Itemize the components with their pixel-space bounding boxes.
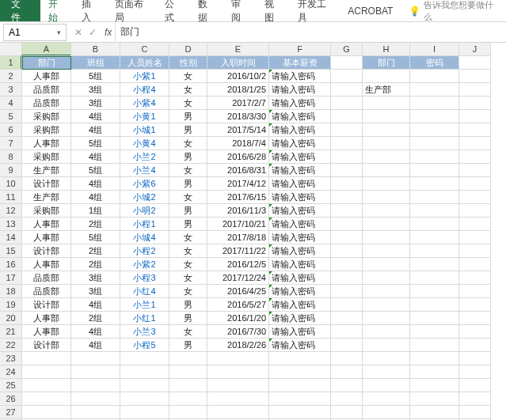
- cell-team[interactable]: 4组: [71, 150, 120, 164]
- row-header-7[interactable]: 7: [0, 137, 22, 150]
- cell[interactable]: [410, 312, 459, 325]
- row-header-1[interactable]: 1: [0, 56, 22, 70]
- cell-dept[interactable]: 生产部: [22, 191, 71, 204]
- cell[interactable]: [363, 365, 410, 379]
- cell-pay[interactable]: 请输入密码: [269, 110, 331, 123]
- cell[interactable]: [459, 339, 491, 352]
- cell-dept[interactable]: 人事部: [22, 231, 71, 244]
- cell[interactable]: [363, 392, 410, 406]
- cell-date[interactable]: 2018/2/26: [207, 339, 269, 352]
- cell[interactable]: [22, 365, 71, 379]
- cell[interactable]: [363, 164, 410, 177]
- cell-name[interactable]: 小黄4: [120, 137, 169, 150]
- row-header-12[interactable]: 12: [0, 204, 22, 218]
- row-header-25[interactable]: 25: [0, 379, 22, 392]
- cell[interactable]: [363, 150, 410, 164]
- cancel-icon[interactable]: ✕: [74, 27, 82, 38]
- row-header-23[interactable]: 23: [0, 352, 22, 365]
- cell[interactable]: [410, 70, 459, 83]
- cell[interactable]: [169, 406, 207, 419]
- cell-gender[interactable]: 女: [169, 325, 207, 339]
- cell[interactable]: [331, 137, 363, 150]
- cell-gender[interactable]: 女: [169, 70, 207, 83]
- cell[interactable]: [331, 204, 363, 218]
- row-header-20[interactable]: 20: [0, 312, 22, 325]
- cell-name[interactable]: 小紫2: [120, 258, 169, 271]
- cell[interactable]: [71, 352, 120, 365]
- cell[interactable]: [331, 285, 363, 298]
- cell-date[interactable]: 2017/8/18: [207, 231, 269, 244]
- cell-name[interactable]: 小程1: [120, 218, 169, 231]
- cell[interactable]: [459, 298, 491, 312]
- cell[interactable]: [459, 312, 491, 325]
- cell[interactable]: [331, 96, 363, 110]
- row-header-24[interactable]: 24: [0, 365, 22, 379]
- cell-name[interactable]: 小红4: [120, 285, 169, 298]
- cell-team[interactable]: 4组: [71, 123, 120, 137]
- cell[interactable]: [363, 110, 410, 123]
- cell[interactable]: [459, 123, 491, 137]
- row-header-8[interactable]: 8: [0, 150, 22, 164]
- spreadsheet-grid[interactable]: ABCDEFGHIJ1部门班组人员姓名性别入职时间基本薪资部门密码2人事部5组小…: [0, 43, 506, 420]
- cell[interactable]: [207, 406, 269, 419]
- cell-dept[interactable]: 品质部: [22, 96, 71, 110]
- cell[interactable]: [459, 191, 491, 204]
- cell-dept[interactable]: 设计部: [22, 244, 71, 258]
- header-cell[interactable]: 人员姓名: [120, 56, 169, 70]
- cell-dept[interactable]: 品质部: [22, 271, 71, 285]
- cell[interactable]: [459, 271, 491, 285]
- cell[interactable]: [331, 258, 363, 271]
- cell[interactable]: [459, 83, 491, 96]
- cell-gender[interactable]: 男: [169, 123, 207, 137]
- enter-icon[interactable]: ✓: [89, 27, 97, 38]
- cell-gender[interactable]: 男: [169, 204, 207, 218]
- header-cell[interactable]: 班组: [71, 56, 120, 70]
- cell-pay[interactable]: 请输入密码: [269, 339, 331, 352]
- row-header-14[interactable]: 14: [0, 231, 22, 244]
- cell[interactable]: [410, 110, 459, 123]
- cell[interactable]: [331, 352, 363, 365]
- cell-gender[interactable]: 男: [169, 339, 207, 352]
- cell[interactable]: [169, 352, 207, 365]
- cell[interactable]: [207, 352, 269, 365]
- cell[interactable]: [71, 406, 120, 419]
- cell-dept[interactable]: 品质部: [22, 285, 71, 298]
- cell[interactable]: [363, 325, 410, 339]
- cell-dept[interactable]: 采购部: [22, 110, 71, 123]
- col-header-E[interactable]: E: [207, 43, 269, 56]
- cell[interactable]: [363, 70, 410, 83]
- col-header-F[interactable]: F: [269, 43, 331, 56]
- cell[interactable]: [410, 96, 459, 110]
- cell[interactable]: [207, 379, 269, 392]
- cell[interactable]: [459, 258, 491, 271]
- cell-team[interactable]: 4组: [71, 110, 120, 123]
- cell-name[interactable]: 小程2: [120, 244, 169, 258]
- cell[interactable]: [410, 123, 459, 137]
- col-header-H[interactable]: H: [363, 43, 410, 56]
- cell[interactable]: [331, 191, 363, 204]
- cell-pay[interactable]: 请输入密码: [269, 83, 331, 96]
- cell[interactable]: [331, 339, 363, 352]
- cell[interactable]: [410, 231, 459, 244]
- cell-team[interactable]: 4组: [71, 325, 120, 339]
- cell-pay[interactable]: 请输入密码: [269, 164, 331, 177]
- cell-date[interactable]: 2016/8/31: [207, 164, 269, 177]
- cell[interactable]: [331, 110, 363, 123]
- cell[interactable]: [410, 150, 459, 164]
- cell[interactable]: [410, 392, 459, 406]
- cell-name[interactable]: 小程5: [120, 339, 169, 352]
- cell[interactable]: [71, 365, 120, 379]
- cell[interactable]: [269, 379, 331, 392]
- cell[interactable]: [331, 231, 363, 244]
- cell[interactable]: [120, 392, 169, 406]
- cell-team[interactable]: 5组: [71, 137, 120, 150]
- cell-name[interactable]: 小城4: [120, 231, 169, 244]
- col-header-J[interactable]: J: [459, 43, 491, 56]
- cell[interactable]: [331, 379, 363, 392]
- cell[interactable]: [459, 56, 491, 70]
- cell[interactable]: [22, 406, 71, 419]
- cell-gender[interactable]: 女: [169, 258, 207, 271]
- cell-name[interactable]: 小紫1: [120, 70, 169, 83]
- cell[interactable]: [331, 325, 363, 339]
- cell[interactable]: [331, 365, 363, 379]
